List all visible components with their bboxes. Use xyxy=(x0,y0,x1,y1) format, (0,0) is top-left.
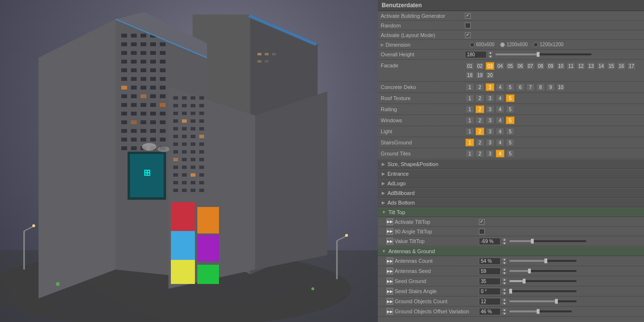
num-btn-4[interactable]: 4 xyxy=(496,150,504,157)
seed-ground-spin-up[interactable]: ▲ xyxy=(502,277,507,281)
num-btn-5[interactable]: 5 xyxy=(506,83,515,91)
seed-stairs-slider[interactable] xyxy=(509,290,577,292)
num-btn-3[interactable]: 3 xyxy=(486,94,494,102)
antennas-count-spinner[interactable]: ▲ ▼ xyxy=(502,257,507,265)
num-btn-8[interactable]: 8 xyxy=(536,83,545,91)
seed-stairs-spinner[interactable]: ▲ ▼ xyxy=(502,287,507,295)
antennas-seed-spin-up[interactable]: ▲ xyxy=(502,267,507,271)
num-btn-4[interactable]: 4 xyxy=(496,105,504,113)
num-btn-3[interactable]: 3 xyxy=(486,128,494,135)
num-btn-15[interactable]: 15 xyxy=(607,62,616,70)
dim-600-option[interactable]: 600x600 xyxy=(470,42,494,47)
num-btn-02[interactable]: 02 xyxy=(476,62,484,70)
ground-objects-offset-spinner[interactable]: ▲ ▼ xyxy=(502,308,507,315)
value-tilttop-slider[interactable] xyxy=(509,240,586,242)
num-btn-2[interactable]: 2 xyxy=(476,94,484,102)
num-btn-1[interactable]: 1 xyxy=(465,105,474,113)
activate-tilttop-checkbox[interactable] xyxy=(479,219,485,225)
seed-ground-spinner[interactable]: ▲ ▼ xyxy=(502,277,507,285)
seed-stairs-spin-up[interactable]: ▲ xyxy=(502,287,507,291)
num-btn-6[interactable]: 6 xyxy=(516,83,525,91)
antennas-seed-spinner[interactable]: ▲ ▼ xyxy=(502,267,507,275)
num-btn-17[interactable]: 17 xyxy=(627,62,636,70)
num-btn-3[interactable]: 3 xyxy=(486,139,494,146)
ground-objects-offset-slider[interactable] xyxy=(509,310,572,312)
num-btn-3[interactable]: 3 xyxy=(486,116,494,124)
antennas-seed-spin-down[interactable]: ▼ xyxy=(502,271,507,275)
antennas-count-spin-up[interactable]: ▲ xyxy=(502,257,507,261)
antennas-ground-section[interactable]: ▼ Antennas & Ground xyxy=(378,246,644,256)
num-btn-4[interactable]: 4 xyxy=(496,128,504,135)
num-btn-1[interactable]: 1 xyxy=(465,83,474,91)
activate-layout-checkbox[interactable] xyxy=(465,32,471,38)
num-btn-10[interactable]: 10 xyxy=(556,62,565,70)
tilttop-spin-down[interactable]: ▼ xyxy=(502,241,507,245)
num-btn-12[interactable]: 12 xyxy=(577,62,585,70)
size-shape-section[interactable]: ▶ Size, Shape&Position xyxy=(378,159,644,169)
num-btn-4[interactable]: 4 xyxy=(496,94,504,102)
ground-objects-count-slider[interactable] xyxy=(509,300,577,302)
num-btn-05[interactable]: 05 xyxy=(506,62,515,70)
num-btn-4[interactable]: 4 xyxy=(496,139,504,146)
num-btn-1[interactable]: 1 xyxy=(465,116,474,124)
ads-bottom-section[interactable]: ▶ Ads Bottom xyxy=(378,198,644,207)
num-btn-04[interactable]: 04 xyxy=(496,62,504,70)
num-btn-03[interactable]: 03 xyxy=(486,62,494,70)
num-btn-3[interactable]: 3 xyxy=(486,83,494,91)
height-spin-up[interactable]: ▲ xyxy=(488,51,493,54)
num-btn-2[interactable]: 2 xyxy=(476,116,484,124)
entrance-section[interactable]: ▶ Entrance xyxy=(378,169,644,179)
ground-objects-offset-input[interactable] xyxy=(479,308,501,315)
seed-stairs-input[interactable] xyxy=(479,288,501,295)
ground-offset-spin-down[interactable]: ▼ xyxy=(502,311,507,315)
num-btn-19[interactable]: 19 xyxy=(476,71,484,79)
random-checkbox[interactable] xyxy=(465,23,471,28)
antennas-seed-input[interactable] xyxy=(479,268,501,275)
num-btn-16[interactable]: 16 xyxy=(617,62,626,70)
angle90-tilttop-checkbox[interactable] xyxy=(479,229,485,234)
num-btn-9[interactable]: 9 xyxy=(546,83,555,91)
antennas-seed-slider[interactable] xyxy=(509,270,577,272)
num-btn-20[interactable]: 20 xyxy=(486,71,494,79)
ground-offset-spin-up[interactable]: ▲ xyxy=(502,308,507,311)
num-btn-7[interactable]: 7 xyxy=(526,83,535,91)
num-btn-2[interactable]: 2 xyxy=(476,105,484,113)
num-btn-07[interactable]: 07 xyxy=(526,62,535,70)
dim-1200x1200-option[interactable]: 1200x1200 xyxy=(533,42,564,47)
adbillboard-section[interactable]: ▶ AdBillboard xyxy=(378,188,644,198)
num-btn-4[interactable]: 4 xyxy=(496,116,504,124)
num-btn-18[interactable]: 18 xyxy=(465,71,474,79)
num-btn-14[interactable]: 14 xyxy=(597,62,605,70)
num-btn-2[interactable]: 2 xyxy=(476,83,484,91)
num-btn-13[interactable]: 13 xyxy=(587,62,595,70)
num-btn-5[interactable]: 5 xyxy=(506,116,515,124)
ground-objects-count-input[interactable] xyxy=(479,298,501,305)
num-btn-5[interactable]: 5 xyxy=(506,128,515,135)
tilttop-spin-up[interactable]: ▲ xyxy=(502,237,507,241)
num-btn-3[interactable]: 3 xyxy=(486,105,494,113)
num-btn-5[interactable]: 5 xyxy=(506,94,515,102)
num-btn-01[interactable]: 01 xyxy=(465,62,474,70)
num-btn-1[interactable]: 1 xyxy=(465,128,474,135)
num-btn-06[interactable]: 06 xyxy=(516,62,525,70)
value-tilttop-spinner[interactable]: ▲ ▼ xyxy=(502,237,507,245)
ground-objects-count-spin-down[interactable]: ▼ xyxy=(502,301,507,305)
num-btn-5[interactable]: 5 xyxy=(506,139,515,146)
num-btn-08[interactable]: 08 xyxy=(536,62,545,70)
num-btn-1[interactable]: 1 xyxy=(465,139,474,146)
num-btn-5[interactable]: 5 xyxy=(506,105,515,113)
num-btn-1[interactable]: 1 xyxy=(465,150,474,157)
ground-objects-count-spin-up[interactable]: ▲ xyxy=(502,297,507,301)
overall-height-slider[interactable] xyxy=(495,53,592,55)
adlogo-section[interactable]: ▶ AdLogo xyxy=(378,179,644,188)
seed-stairs-spin-down[interactable]: ▼ xyxy=(502,291,507,295)
num-btn-2[interactable]: 2 xyxy=(476,150,484,157)
dim-1200x600-option[interactable]: 1200x600 xyxy=(500,42,528,47)
antennas-count-input[interactable] xyxy=(479,258,501,265)
num-btn-2[interactable]: 2 xyxy=(476,139,484,146)
antennas-count-spin-down[interactable]: ▼ xyxy=(502,261,507,265)
seed-ground-input[interactable] xyxy=(479,278,501,285)
num-btn-4[interactable]: 4 xyxy=(496,83,504,91)
seed-ground-spin-down[interactable]: ▼ xyxy=(502,281,507,285)
num-btn-2[interactable]: 2 xyxy=(476,128,484,135)
